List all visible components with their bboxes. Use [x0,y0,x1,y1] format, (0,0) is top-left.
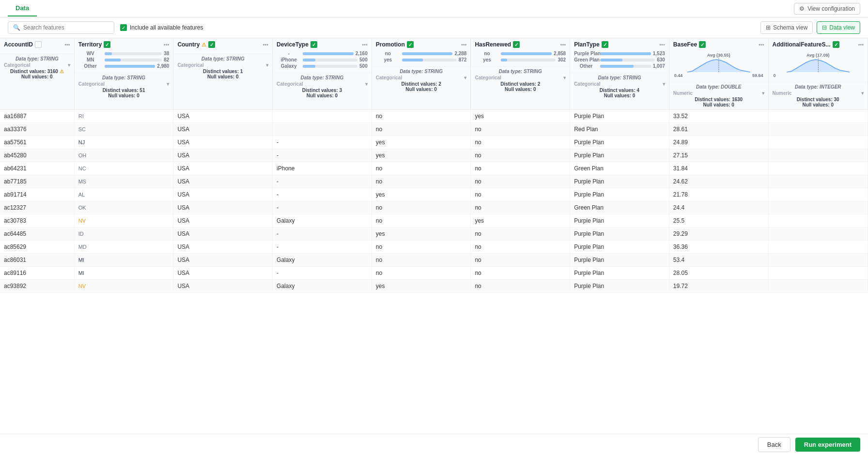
cell-plantype: Purple Plan [570,280,669,293]
table-row: aa33376SCUSAnonoRed Plan28.61 [0,123,868,136]
cell-country: USA [173,201,273,214]
cell-territory: MD [74,241,173,254]
search-icon: 🔍 [13,24,20,31]
col-more-plantype[interactable]: ••• [659,42,665,47]
cell-territory: NJ [74,136,173,149]
table-row: ab77185MSUSA-nonoPurple Plan24.62 [0,175,868,188]
table-row: ac93892NVUSAGalaxyyesnoPurple Plan19.72 [0,280,868,293]
cell-territory: OK [74,201,173,214]
cell-accountid: aa33376 [0,123,74,136]
cell-country: USA [173,267,273,280]
toolbar-right: ⊞ Schema view ⊟ Data view [760,21,860,34]
col-meta-additionalfeatures: Data type: INTEGER Numeric ▾ Distinct va… [769,82,868,109]
cell-plantype: Purple Plan [570,228,669,241]
cell-basefee: 33.52 [669,110,768,123]
include-all-checkbox[interactable]: ✓ [120,24,127,31]
view-config-button[interactable]: ⚙ View configuration [794,3,860,15]
cell-devicetype: - [273,188,372,201]
sliders-icon: ⚙ [799,5,805,12]
cell-territory: ID [74,228,173,241]
cell-plantype: Green Plan [570,162,669,175]
col-more-territory[interactable]: ••• [164,42,170,47]
cell-country: USA [173,241,273,254]
col-checkbox-devicetype[interactable]: ✓ [310,41,317,48]
col-more-accountid[interactable]: ••• [64,42,70,47]
schema-view-button[interactable]: ⊞ Schema view [760,21,813,34]
col-more-promotion[interactable]: ••• [461,42,467,47]
cell-basefee: 24.62 [669,175,768,188]
cell-accountid: ac86031 [0,254,74,267]
cell-basefee: 21.78 [669,188,768,201]
cell-devicetype: Galaxy [273,280,372,293]
cell-devicetype: - [273,241,372,254]
cell-hasrenewed: yes [471,214,570,228]
cell-plantype: Purple Plan [570,254,669,267]
col-checkbox-country[interactable]: ✓ [208,41,215,48]
col-more-additionalfeatures[interactable]: ••• [858,42,864,47]
cell-plantype: Purple Plan [570,136,669,149]
cell-country: USA [173,188,273,201]
col-checkbox-basefee[interactable]: ✓ [699,41,706,48]
cell-additionalfeatures [768,214,868,228]
cell-country: USA [173,149,273,162]
cell-hasrenewed: no [471,123,570,136]
col-title-country: Country [177,41,200,48]
cell-plantype: Purple Plan [570,188,669,201]
warn-icon: ⚠ [202,42,206,48]
cell-devicetype [273,123,372,136]
cell-country: USA [173,136,273,149]
cell-basefee: 25.5 [669,214,768,228]
col-title-territory: Territory [78,41,102,48]
col-header-devicetype: DeviceType ✓ ••• - 2,160 iPhone 500 Gala… [273,38,372,110]
col-title-plantype: PlanType [574,41,599,48]
cell-country: USA [173,228,273,241]
cell-plantype: Purple Plan [570,267,669,280]
cell-promotion: no [372,123,471,136]
cell-additionalfeatures [768,149,868,162]
cell-devicetype: Galaxy [273,254,372,267]
cell-promotion: yes [372,136,471,149]
cell-hasrenewed: no [471,162,570,175]
cell-territory: AL [74,188,173,201]
cell-promotion: no [372,201,471,214]
cell-basefee: 36.36 [669,241,768,254]
search-box: 🔍 [8,21,114,34]
cell-basefee: 28.61 [669,123,768,136]
cell-promotion: no [372,214,471,228]
data-table: AccountID ••• Data type: STRING Categori… [0,38,868,293]
cell-accountid: ac89116 [0,267,74,280]
col-checkbox-promotion[interactable]: ✓ [407,41,414,48]
data-view-button[interactable]: ⊟ Data view [817,21,860,34]
cell-territory: MS [74,175,173,188]
table-row: aa16887RIUSAnoyesPurple Plan33.52 [0,110,868,123]
cell-promotion: no [372,175,471,188]
col-header-territory: Territory ✓ ••• WV 38 MN 82 Other 2,980 [74,38,173,110]
cell-plantype: Purple Plan [570,149,669,162]
cell-hasrenewed: no [471,280,570,293]
col-checkbox-hasrenewed[interactable]: ✓ [513,41,520,48]
col-more-country[interactable]: ••• [263,42,269,47]
col-title-promotion: Promotion [376,41,405,48]
include-all-features: ✓ Include all available features [120,24,203,31]
col-more-hasrenewed[interactable]: ••• [560,42,566,47]
col-checkbox-plantype[interactable]: ✓ [602,41,608,48]
cell-accountid: ab64231 [0,162,74,175]
cell-accountid: ac85629 [0,241,74,254]
cell-promotion: yes [372,280,471,293]
tab-data[interactable]: Data [8,0,37,16]
col-more-devicetype[interactable]: ••• [362,42,368,47]
cell-additionalfeatures [768,201,868,214]
col-checkbox-accountid[interactable] [35,41,42,48]
col-meta-promotion: Data type: STRING Categorical ▾ Distinct… [372,66,471,94]
cell-plantype: Purple Plan [570,214,669,228]
cell-promotion: no [372,267,471,280]
cell-territory: SC [74,123,173,136]
col-checkbox-additionalfeatures[interactable]: ✓ [833,41,839,48]
col-meta-territory: Data type: STRING Categorical ▾ Distinct… [75,73,173,100]
toolbar: 🔍 ✓ Include all available features ⊞ Sch… [0,17,868,38]
col-more-basefee[interactable]: ••• [759,42,764,47]
cell-hasrenewed: no [471,254,570,267]
cell-hasrenewed: no [471,201,570,214]
search-input[interactable] [23,24,109,31]
col-checkbox-territory[interactable]: ✓ [104,41,110,48]
